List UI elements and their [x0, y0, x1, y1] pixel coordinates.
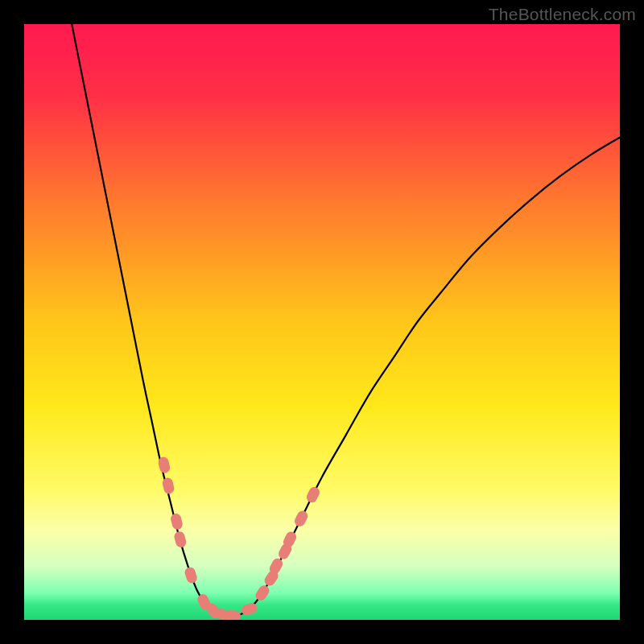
- background-gradient: [24, 24, 620, 620]
- watermark-text: TheBottleneck.com: [489, 5, 636, 24]
- chart-frame: TheBottleneck.com: [0, 0, 644, 644]
- plot-area: [24, 24, 620, 620]
- chart-svg: [24, 24, 620, 620]
